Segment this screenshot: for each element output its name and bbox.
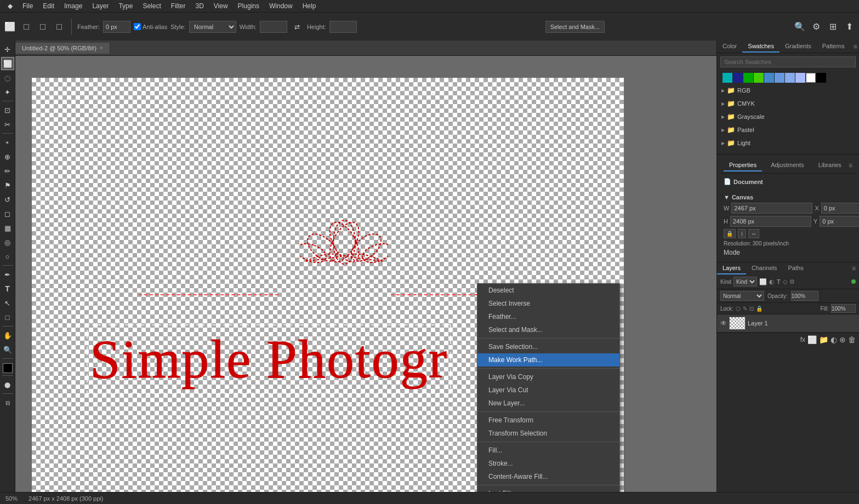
tab-channels[interactable]: Channels [746, 262, 782, 274]
intersect-selection-icon[interactable]: □ [53, 20, 66, 33]
brush-tool[interactable]: ✏ [1, 164, 14, 177]
delete-layer-btn[interactable]: 🗑 [848, 335, 856, 344]
tab-close-button[interactable]: × [100, 45, 103, 51]
tab-patterns[interactable]: Patterns [817, 41, 850, 53]
selection-tool[interactable]: ⬜ [1, 57, 14, 70]
opacity-input[interactable] [791, 291, 818, 301]
width-input[interactable] [260, 21, 287, 33]
canvas-w-input[interactable] [731, 203, 812, 214]
swatch-group-light-header[interactable]: ▶ 📁 Light [720, 138, 856, 148]
foreground-color[interactable] [3, 363, 13, 373]
add-effect-btn[interactable]: fx [800, 336, 805, 343]
swatch-white[interactable] [806, 73, 816, 83]
settings-icon[interactable]: ⚙ [810, 20, 823, 33]
properties-menu-icon[interactable]: ≡ [849, 162, 852, 169]
subtract-selection-icon[interactable]: □ [36, 20, 49, 33]
menu-ps[interactable]: ◆ [3, 1, 17, 11]
filter-icon-type[interactable]: T [777, 278, 781, 285]
menu-filter[interactable]: Filter [167, 1, 190, 11]
panel-options-icon[interactable]: ≡ [850, 41, 859, 53]
ctx-fill[interactable]: Fill... [477, 444, 619, 457]
ctx-make-work-path[interactable]: Make Work Path... [477, 353, 619, 366]
swatch-group-rgb-header[interactable]: ▶ 📁 RGB [720, 85, 856, 96]
lock-aspect-btn[interactable]: 🔒 [724, 229, 736, 238]
lock-pixels-icon[interactable]: ⬡ [736, 306, 741, 312]
menu-edit[interactable]: Edit [38, 1, 59, 11]
slice-tool[interactable]: ✂ [1, 118, 14, 131]
menu-type[interactable]: Type [114, 1, 137, 11]
canvas-x-input[interactable] [821, 203, 859, 214]
swatch-blue3[interactable] [785, 73, 795, 83]
blur-tool[interactable]: ◎ [1, 236, 14, 249]
filter-icon-smart[interactable]: ⚙ [789, 278, 795, 285]
ctx-feather[interactable]: Feather... [477, 310, 619, 323]
eyedropper-tool[interactable]: ⁍ [1, 136, 14, 149]
layer-visibility-icon[interactable]: 👁 [720, 319, 727, 327]
dodge-tool[interactable]: ○ [1, 250, 14, 263]
swatches-search[interactable] [720, 56, 856, 67]
zoom-tool-left[interactable]: 🔍 [1, 343, 14, 356]
ctx-layer-via-copy[interactable]: Layer Via Copy [477, 370, 619, 383]
selection-mode-icon[interactable]: ⬜ [3, 20, 16, 33]
lasso-tool[interactable]: ◌ [1, 71, 14, 84]
height-input[interactable] [329, 21, 357, 33]
search-icon[interactable]: 🔍 [793, 20, 806, 33]
ctx-free-transform[interactable]: Free Transform [477, 414, 619, 427]
swatch-green2[interactable] [754, 73, 764, 83]
ctx-content-aware-fill[interactable]: Content-Aware Fill... [477, 470, 619, 483]
tab-properties[interactable]: Properties [724, 159, 762, 171]
kind-select[interactable]: Kind [733, 277, 757, 287]
style-select[interactable]: Normal Fixed Ratio Fixed Size [189, 21, 236, 33]
ctx-stroke[interactable]: Stroke... [477, 457, 619, 470]
tab-swatches[interactable]: Swatches [742, 41, 780, 53]
swatch-blue2[interactable] [775, 73, 784, 83]
menu-plugins[interactable]: Plugins [234, 1, 264, 11]
select-and-mask-button[interactable]: Select and Mask... [545, 21, 605, 33]
add-mask-btn[interactable]: ⬜ [807, 335, 817, 344]
lock-position-icon[interactable]: ✎ [743, 306, 747, 312]
layer-row[interactable]: 👁 Layer 1 [717, 314, 859, 333]
swatch-darkblue[interactable] [733, 73, 743, 83]
tab-gradients[interactable]: Gradients [780, 41, 817, 53]
new-adjustment-btn[interactable]: ◐ [830, 335, 837, 344]
menu-image[interactable]: Image [60, 1, 87, 11]
crop-tool[interactable]: ⊡ [1, 104, 14, 117]
fill-input[interactable] [831, 304, 856, 313]
gradient-tool[interactable]: ▦ [1, 221, 14, 234]
tab-paths[interactable]: Paths [783, 262, 809, 274]
ctx-last-filter[interactable]: Last Filter [477, 487, 619, 492]
menu-help[interactable]: Help [298, 1, 321, 11]
canvas-h-input[interactable] [730, 216, 811, 227]
feather-input[interactable] [103, 21, 130, 33]
menu-window[interactable]: Window [265, 1, 297, 11]
swatch-group-grayscale-header[interactable]: ▶ 📁 Grayscale [720, 111, 856, 122]
hand-tool[interactable]: ✋ [1, 329, 14, 342]
tab-color[interactable]: Color [717, 41, 742, 53]
magic-wand-tool[interactable]: ✦ [1, 85, 14, 99]
blend-mode-select[interactable]: Normal [720, 291, 764, 301]
swatch-green1[interactable] [743, 73, 753, 83]
path-selection-tool[interactable]: ↖ [1, 296, 14, 310]
swap-dimensions-icon[interactable]: ⇄ [291, 20, 304, 33]
menu-3d[interactable]: 3D [191, 1, 208, 11]
zoom-icon[interactable]: ⊞ [826, 20, 839, 33]
ctx-new-layer[interactable]: New Layer... [477, 397, 619, 410]
swatch-teal[interactable] [723, 73, 732, 83]
filter-icon-adjust[interactable]: ◐ [769, 278, 775, 285]
new-layer-btn[interactable]: ⊕ [839, 335, 846, 344]
eraser-tool[interactable]: ◻ [1, 207, 14, 220]
swatch-lightblue[interactable] [795, 73, 805, 83]
tab-layers[interactable]: Layers [717, 262, 746, 274]
anti-alias-checkbox[interactable] [134, 23, 141, 30]
shape-tool[interactable]: □ [1, 311, 14, 324]
swatch-group-cmyk-header[interactable]: ▶ 📁 CMYK [720, 98, 856, 109]
create-group-btn[interactable]: 📁 [819, 335, 828, 344]
menu-layer[interactable]: Layer [88, 1, 113, 11]
swatch-black[interactable] [816, 73, 826, 83]
portrait-btn[interactable]: ↕ [738, 229, 746, 238]
type-tool[interactable]: T [1, 282, 14, 295]
menu-file[interactable]: File [18, 1, 37, 11]
quick-mask-icon[interactable]: ⬤ [1, 378, 14, 391]
menu-view[interactable]: View [209, 1, 232, 11]
lock-artboard-icon[interactable]: ⊡ [749, 306, 754, 312]
